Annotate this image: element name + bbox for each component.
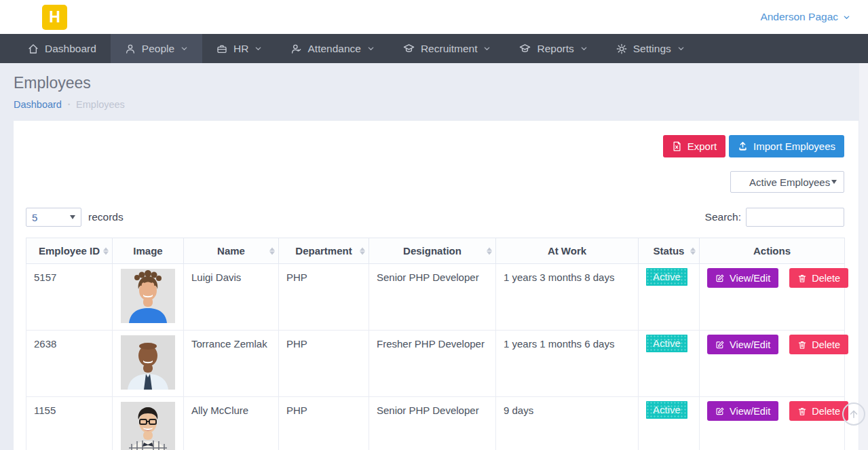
scroll-to-top-button[interactable] xyxy=(842,402,865,426)
graduation-cap-icon xyxy=(403,43,415,54)
chevron-down-icon xyxy=(254,45,262,52)
edit-icon xyxy=(715,340,725,350)
chevron-down-icon xyxy=(483,45,491,52)
nav-item-settings[interactable]: Settings xyxy=(602,34,699,63)
select-caret-icon xyxy=(831,180,837,184)
table-header-row: Employee IDImageNameDepartmentDesignatio… xyxy=(26,238,845,264)
cell-designation: Fresher PHP Developer xyxy=(369,331,496,397)
delete-label: Delete xyxy=(812,273,840,284)
page-head: Employees Dashboard • Employees xyxy=(0,63,868,121)
cell-name: Torrance Zemlak xyxy=(184,331,279,397)
page-scrollbar[interactable] xyxy=(859,63,868,450)
column-header-department[interactable]: Department xyxy=(279,238,369,264)
nav-item-reports[interactable]: Reports xyxy=(505,34,601,63)
trash-icon xyxy=(797,340,807,350)
breadcrumb-dashboard-link[interactable]: Dashboard xyxy=(14,99,62,110)
cell-status: Active xyxy=(639,331,700,397)
import-employees-button[interactable]: Import Employees xyxy=(729,135,844,157)
status-badge: Active xyxy=(646,268,687,286)
employee-filter-value: Active Employees xyxy=(749,176,830,188)
column-header-at-work: At Work xyxy=(496,238,639,264)
column-header-employee-id[interactable]: Employee ID xyxy=(26,238,113,264)
sort-icon xyxy=(269,247,275,255)
column-header-status[interactable]: Status xyxy=(639,238,700,264)
home-icon xyxy=(28,43,39,54)
delete-button[interactable]: Delete xyxy=(789,401,848,421)
status-badge: Active xyxy=(646,401,687,419)
view-edit-button[interactable]: View/Edit xyxy=(707,335,778,354)
employees-card: Export Import Employees Active Employees xyxy=(14,121,858,450)
chevron-down-icon xyxy=(580,45,588,52)
status-badge: Active xyxy=(646,335,687,352)
cell-designation: Senior PHP Developer xyxy=(369,397,496,450)
column-header-actions: Actions xyxy=(700,238,845,264)
cell-name: Ally McClure xyxy=(184,397,279,450)
nav-item-label: Dashboard xyxy=(45,43,96,55)
view-edit-button[interactable]: View/Edit xyxy=(707,401,778,421)
nav-item-recruitment[interactable]: Recruitment xyxy=(389,34,506,63)
view-edit-label: View/Edit xyxy=(730,339,770,350)
nav-item-label: Attendance xyxy=(307,43,360,55)
cell-employee-id: 5157 xyxy=(26,264,113,331)
top-header: H Anderson Pagac xyxy=(0,0,868,34)
cell-department: PHP xyxy=(279,264,369,331)
user-icon xyxy=(125,43,136,54)
trash-icon xyxy=(797,407,807,416)
table-row: 2638 Torrance ZemlakPHPFresher PHP Devel… xyxy=(26,331,845,397)
app-logo[interactable]: H xyxy=(42,5,67,30)
column-label: At Work xyxy=(548,245,586,257)
cell-department: PHP xyxy=(279,331,369,397)
cell-designation: Senior PHP Developer xyxy=(369,264,496,331)
sort-icon xyxy=(487,247,492,255)
export-button[interactable]: Export xyxy=(663,135,725,157)
chevron-down-icon xyxy=(677,45,685,52)
chevron-down-icon xyxy=(843,14,850,21)
cell-status: Active xyxy=(639,264,700,331)
nav-item-hr[interactable]: HR xyxy=(202,34,276,63)
graduation-cap-icon xyxy=(519,43,531,54)
breadcrumb-separator: • xyxy=(68,101,70,108)
export-label: Export xyxy=(687,140,717,152)
page-title: Employees xyxy=(14,74,868,92)
cell-employee-id: 1155 xyxy=(26,397,113,450)
sort-icon xyxy=(360,247,365,255)
records-value: 5 xyxy=(32,212,37,223)
delete-label: Delete xyxy=(812,406,840,417)
nav-item-attendance[interactable]: Attendance xyxy=(276,34,388,63)
import-label: Import Employees xyxy=(753,140,835,152)
cell-department: PHP xyxy=(279,397,369,450)
user-menu[interactable]: Anderson Pagac xyxy=(760,11,850,23)
cell-name: Luigi Davis xyxy=(184,264,279,331)
table-row: 1155 Ally McClurePHPSenior PHP Developer… xyxy=(26,397,845,450)
column-label: Actions xyxy=(753,245,791,257)
view-edit-label: View/Edit xyxy=(730,273,770,284)
search-input[interactable] xyxy=(746,208,844,227)
records-per-page-select[interactable]: 5 xyxy=(26,208,81,227)
delete-button[interactable]: Delete xyxy=(789,268,848,288)
column-label: Department xyxy=(295,245,352,257)
cell-actions: View/EditDelete xyxy=(700,397,845,450)
view-edit-button[interactable]: View/Edit xyxy=(707,268,778,288)
nav-item-dashboard[interactable]: Dashboard xyxy=(14,34,111,63)
cell-at-work: 1 years 3 months 8 days xyxy=(496,264,639,331)
cell-employee-id: 2638 xyxy=(26,331,113,397)
column-header-designation[interactable]: Designation xyxy=(369,238,496,264)
chevron-down-icon xyxy=(367,45,375,52)
column-label: Employee ID xyxy=(39,245,100,257)
column-header-name[interactable]: Name xyxy=(184,238,279,264)
delete-button[interactable]: Delete xyxy=(789,335,848,354)
cell-at-work: 1 years 1 months 6 days xyxy=(496,331,639,397)
arrow-up-icon xyxy=(848,408,860,420)
select-caret-icon xyxy=(70,215,75,219)
column-label: Name xyxy=(217,245,245,257)
breadcrumb-current: Employees xyxy=(76,99,125,110)
employees-table: Employee IDImageNameDepartmentDesignatio… xyxy=(26,238,845,450)
nav-item-people[interactable]: People xyxy=(111,34,202,63)
trash-icon xyxy=(797,274,807,283)
employee-filter-select[interactable]: Active Employees xyxy=(730,171,844,193)
employee-photo xyxy=(121,314,175,325)
employee-photo xyxy=(121,447,175,450)
cell-at-work: 9 days xyxy=(496,397,639,450)
user-name: Anderson Pagac xyxy=(760,11,838,23)
cell-image xyxy=(113,331,184,397)
